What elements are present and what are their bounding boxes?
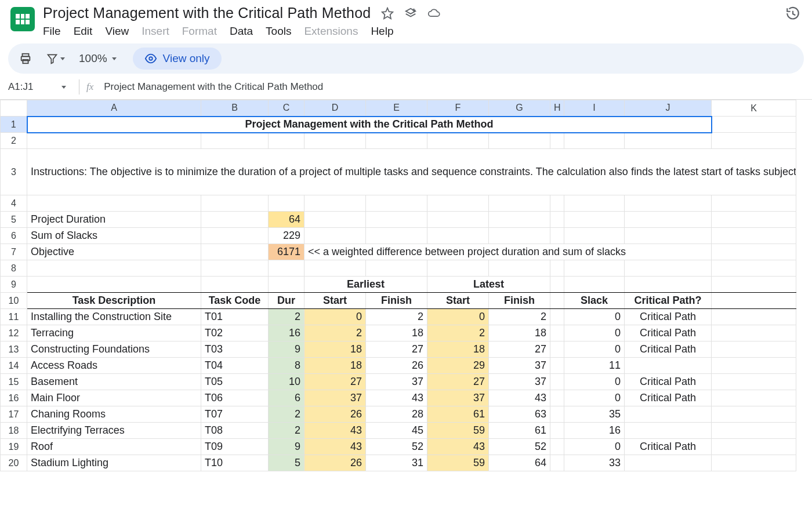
task-desc[interactable]: Roof	[27, 439, 201, 455]
task-ls[interactable]: 29	[427, 358, 489, 374]
col-header[interactable]: G	[489, 100, 550, 117]
row-header[interactable]: 1	[1, 117, 27, 133]
task-code[interactable]: T07	[201, 406, 269, 423]
task-es[interactable]: 37	[304, 390, 366, 406]
cell[interactable]	[489, 195, 550, 212]
label-sum-slacks[interactable]: Sum of Slacks	[27, 228, 201, 244]
formula-content[interactable]: Project Management with the Critical Pat…	[104, 81, 323, 93]
task-cp[interactable]: Critical Path	[625, 439, 712, 455]
task-ls[interactable]: 0	[427, 309, 489, 325]
task-dur[interactable]: 9	[269, 341, 304, 358]
task-lf[interactable]: 63	[489, 406, 550, 423]
row-header[interactable]: 9	[1, 277, 27, 293]
task-ef[interactable]: 27	[366, 341, 427, 358]
menu-help[interactable]: Help	[371, 25, 393, 38]
task-dur[interactable]: 2	[269, 309, 304, 325]
task-slack[interactable]: 0	[564, 325, 625, 341]
col-header[interactable]: B	[201, 100, 269, 117]
cell[interactable]	[304, 212, 366, 228]
task-ef[interactable]: 31	[366, 455, 427, 471]
cell[interactable]	[625, 277, 712, 293]
doc-title[interactable]: Project Management with the Critical Pat…	[43, 5, 371, 21]
task-code[interactable]: T10	[201, 455, 269, 471]
col-header[interactable]: A	[27, 100, 201, 117]
col-header[interactable]: E	[366, 100, 427, 117]
task-ls[interactable]: 27	[427, 374, 489, 390]
cell[interactable]	[366, 228, 427, 244]
cell[interactable]	[712, 212, 796, 228]
task-desc[interactable]: Constructing Foundations	[27, 341, 201, 358]
task-code[interactable]: T06	[201, 390, 269, 406]
cell[interactable]	[304, 228, 366, 244]
task-ef[interactable]: 52	[366, 439, 427, 455]
task-es[interactable]: 18	[304, 358, 366, 374]
hdr-start-l[interactable]: Start	[427, 293, 489, 309]
print-icon[interactable]	[14, 47, 37, 70]
label-project-duration[interactable]: Project Duration	[27, 212, 201, 228]
cell[interactable]	[712, 374, 796, 390]
zoom-dropdown[interactable]: 100%	[74, 52, 121, 65]
value-project-duration[interactable]: 64	[269, 212, 304, 228]
cell[interactable]	[712, 117, 796, 133]
cell[interactable]	[712, 309, 796, 325]
task-es[interactable]: 18	[304, 341, 366, 358]
task-ef[interactable]: 37	[366, 374, 427, 390]
task-es[interactable]: 2	[304, 325, 366, 341]
task-es[interactable]: 26	[304, 406, 366, 423]
cell[interactable]	[550, 277, 564, 293]
cell[interactable]	[625, 260, 712, 277]
row-header[interactable]: 10	[1, 293, 27, 309]
cell[interactable]	[489, 228, 550, 244]
cell[interactable]	[712, 260, 796, 277]
row-header[interactable]: 3	[1, 149, 27, 195]
move-icon[interactable]	[404, 7, 417, 20]
select-all-corner[interactable]	[1, 100, 27, 117]
task-slack[interactable]: 16	[564, 423, 625, 439]
cell[interactable]	[712, 341, 796, 358]
cell[interactable]	[712, 293, 796, 309]
menu-extensions[interactable]: Extensions	[304, 25, 358, 38]
menu-format[interactable]: Format	[182, 25, 217, 38]
cell[interactable]	[269, 277, 304, 293]
cell[interactable]	[427, 228, 489, 244]
task-slack[interactable]: 0	[564, 341, 625, 358]
task-es[interactable]: 43	[304, 423, 366, 439]
cell[interactable]	[550, 406, 564, 423]
cell[interactable]	[304, 133, 366, 149]
hdr-task-code[interactable]: Task Code	[201, 293, 269, 309]
cell[interactable]	[712, 455, 796, 471]
cell[interactable]	[564, 277, 625, 293]
task-desc[interactable]: Main Floor	[27, 390, 201, 406]
cell[interactable]	[27, 277, 201, 293]
task-lf[interactable]: 18	[489, 325, 550, 341]
task-ef[interactable]: 45	[366, 423, 427, 439]
value-sum-slacks[interactable]: 229	[269, 228, 304, 244]
row-header[interactable]: 19	[1, 439, 27, 455]
task-code[interactable]: T08	[201, 423, 269, 439]
row-header[interactable]: 17	[1, 406, 27, 423]
menu-view[interactable]: View	[105, 25, 129, 38]
col-header[interactable]: C	[269, 100, 304, 117]
instructions-cell[interactable]: Instructions: The objective is to minimi…	[27, 149, 796, 195]
task-ls[interactable]: 59	[427, 423, 489, 439]
hdr-task-desc[interactable]: Task Description	[27, 293, 201, 309]
task-ef[interactable]: 43	[366, 390, 427, 406]
cell[interactable]	[550, 293, 564, 309]
cell[interactable]	[712, 244, 796, 260]
task-desc[interactable]: Chaning Rooms	[27, 406, 201, 423]
task-dur[interactable]: 2	[269, 406, 304, 423]
task-code[interactable]: T09	[201, 439, 269, 455]
menu-tools[interactable]: Tools	[266, 25, 291, 38]
cell[interactable]	[27, 133, 201, 149]
cell[interactable]	[625, 133, 712, 149]
cell[interactable]	[366, 212, 427, 228]
task-code[interactable]: T05	[201, 374, 269, 390]
cell[interactable]	[550, 374, 564, 390]
task-code[interactable]: T01	[201, 309, 269, 325]
cell[interactable]	[201, 260, 269, 277]
col-header[interactable]: F	[427, 100, 489, 117]
task-code[interactable]: T04	[201, 358, 269, 374]
cell[interactable]	[304, 195, 366, 212]
col-header[interactable]: J	[625, 100, 712, 117]
cell[interactable]	[269, 133, 304, 149]
